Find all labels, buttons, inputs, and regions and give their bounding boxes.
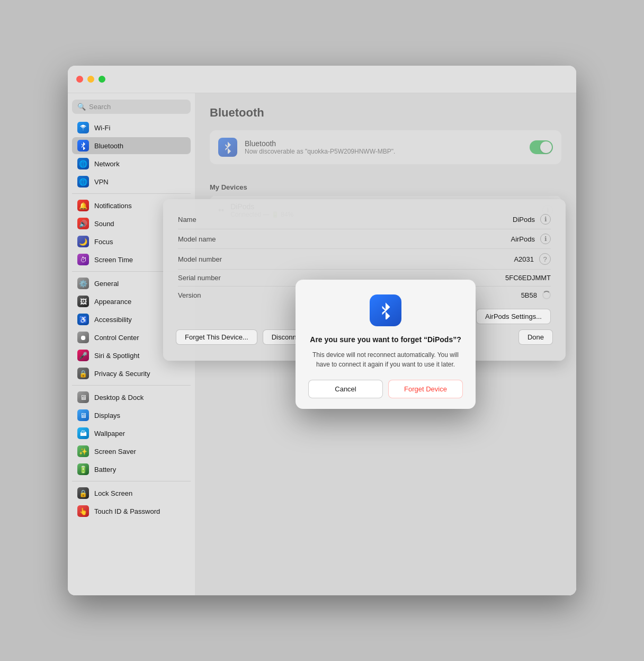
forget-device-button[interactable]: Forget This Device... [176,329,257,345]
displays-icon: 🖥 [77,409,89,421]
sidebar-item-label-focus: Focus [94,238,113,246]
airpods-settings-button[interactable]: AirPods Settings... [476,309,551,324]
version-loading-spinner [542,291,551,299]
detail-value-name: DiPods [513,216,535,224]
sidebar-item-label-appearance: Appearance [94,298,131,306]
maximize-button[interactable] [99,76,105,83]
done-button[interactable]: Done [518,329,553,345]
sidebar-item-screensaver[interactable]: ✨ Screen Saver [72,443,191,460]
sidebar-item-lockscreen[interactable]: 🔒 Lock Screen [72,485,191,502]
bluetooth-icon [77,140,89,151]
sidebar-item-label-wifi: Wi-Fi [94,124,110,132]
sidebar-item-label-siri: Siri & Spotlight [94,352,139,360]
detail-label-modelname: Model name [178,235,216,243]
detail-value-modelnumber: A2031 [514,255,534,263]
modal-overlay: Name DiPods ℹ Model name AirPods ℹ [195,93,576,595]
close-button[interactable] [76,76,83,83]
sidebar-item-label-notifications: Notifications [94,202,132,210]
alert-forget-button[interactable]: Forget Device [388,380,463,398]
sidebar-item-battery[interactable]: 🔋 Battery [72,461,191,478]
touchid-icon: 👆 [77,505,89,517]
sidebar-item-wallpaper[interactable]: 🏔 Wallpaper [72,425,191,442]
divider-1 [72,193,191,194]
sidebar-item-label-desktop: Desktop & Dock [94,394,144,401]
screensaver-icon: ✨ [77,445,89,457]
focus-icon: 🌙 [77,236,89,247]
sidebar-item-label-screensaver: Screen Saver [94,448,136,455]
sidebar-item-label-touchid: Touch ID & Password [94,507,160,515]
vpn-icon: 🌐 [77,176,89,187]
network-icon: 🌐 [77,158,89,169]
detail-label-version: Version [178,291,201,299]
search-bar[interactable]: 🔍 Search [72,100,191,114]
forget-device-dialog: Are you sure you want to forget “DiPods”… [296,280,476,409]
sidebar-item-label-displays: Displays [94,412,120,419]
lockscreen-icon: 🔒 [77,487,89,499]
sidebar-item-vpn[interactable]: 🌐 VPN [72,173,191,190]
sidebar-item-label-wallpaper: Wallpaper [94,430,125,437]
detail-row-modelname: Model name AirPods ℹ [178,229,551,249]
appearance-icon: 🖼 [77,296,89,307]
sidebar-item-label-lockscreen: Lock Screen [94,489,132,497]
main-content: Bluetooth Bluetooth Now discoverable as … [195,93,576,595]
sidebar-item-label-controlcenter: Control Center [94,334,139,342]
divider-3 [72,385,191,386]
notifications-icon: 🔔 [77,200,89,211]
general-icon: ⚙️ [77,278,89,289]
sidebar-item-label-accessibility: Accessibility [94,316,132,324]
modelnumber-question-badge: ? [539,253,551,265]
detail-row-name: Name DiPods ℹ [178,210,551,229]
traffic-lights [76,76,105,83]
divider-4 [72,481,191,481]
system-settings-window: 🔍 Search Wi-Fi Bluetooth 🌐 Network [68,66,576,595]
siri-icon: 🎤 [77,350,89,361]
sidebar-item-label-sound: Sound [94,220,114,228]
sidebar-item-label-bluetooth: Bluetooth [94,142,123,150]
accessibility-icon: ♿ [77,314,89,325]
battery-icon: 🔋 [77,463,89,475]
content-area: 🔍 Search Wi-Fi Bluetooth 🌐 Network [68,93,576,595]
sidebar-item-wifi[interactable]: Wi-Fi [72,119,191,136]
sidebar-item-label-network: Network [94,160,120,168]
search-placeholder: Search [89,103,111,111]
detail-value-serialnumber: 5FC6EDJMMT [505,274,551,282]
detail-label-serialnumber: Serial number [178,274,221,282]
alert-buttons: Cancel Forget Device [308,380,463,398]
sidebar-item-bluetooth[interactable]: Bluetooth [72,137,191,154]
sidebar-item-displays[interactable]: 🖥 Displays [72,407,191,424]
sidebar-item-privacy[interactable]: 🔒 Privacy & Security [72,365,191,382]
wallpaper-icon: 🏔 [77,427,89,439]
controlcenter-icon: ⏺ [77,332,89,343]
detail-value-version: 5B58 [521,291,537,299]
modelname-info-button[interactable]: ℹ [540,234,551,244]
sidebar-item-label-battery: Battery [94,466,116,474]
desktop-icon: 🖥 [77,391,89,403]
privacy-icon: 🔒 [77,368,89,379]
sidebar-item-label-vpn: VPN [94,178,109,186]
screentime-icon: ⏱ [77,254,89,265]
detail-label-name: Name [178,216,196,224]
sidebar-item-label-general: General [94,280,119,288]
sidebar-item-desktop[interactable]: 🖥 Desktop & Dock [72,389,191,406]
sidebar-item-label-screentime: Screen Time [94,256,133,264]
titlebar [68,66,576,93]
alert-message: This device will not reconnect automatic… [308,350,463,369]
detail-label-modelnumber: Model number [178,255,222,263]
sidebar-item-touchid[interactable]: 👆 Touch ID & Password [72,503,191,520]
sidebar-item-network[interactable]: 🌐 Network [72,155,191,172]
alert-title: Are you sure you want to forget “DiPods”… [310,335,461,345]
sound-icon: 🔊 [77,218,89,229]
name-info-button[interactable]: ℹ [540,214,551,225]
search-icon: 🔍 [77,103,86,111]
sidebar-item-label-privacy: Privacy & Security [94,370,150,378]
detail-value-modelname: AirPods [511,235,535,243]
alert-cancel-button[interactable]: Cancel [308,380,383,398]
minimize-button[interactable] [87,76,94,83]
detail-row-modelnumber: Model number A2031 ? [178,249,551,270]
wifi-icon [77,122,89,133]
alert-bluetooth-icon [370,294,401,326]
